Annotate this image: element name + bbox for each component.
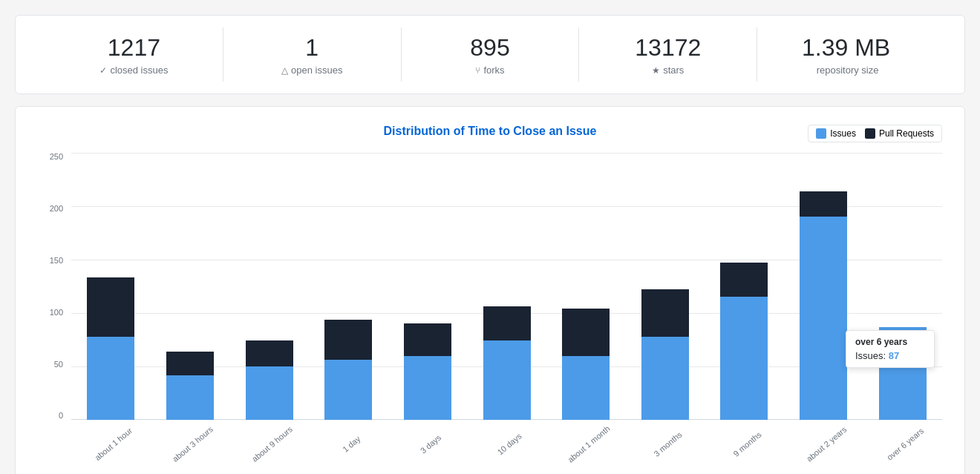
bar-prs	[87, 277, 134, 337]
stat-label-stars: ★ stars	[652, 65, 684, 76]
stat-value-open-issues: 1	[305, 33, 318, 62]
bar-stack	[87, 277, 134, 420]
bars-section	[71, 153, 942, 420]
bar-prs	[246, 340, 293, 366]
y-label: 50	[54, 361, 68, 369]
bar-prs	[720, 263, 768, 297]
bar-prs	[404, 323, 451, 356]
bar-prs	[800, 191, 847, 217]
x-label-cell: about 9 hours	[229, 420, 309, 464]
stat-value-repo-size: 1.39 MB	[802, 33, 890, 62]
x-label-cell: 3 days	[388, 420, 468, 464]
stat-forks: 895 ⑂ forks	[402, 27, 580, 82]
stat-stars: 13172 ★ stars	[579, 27, 757, 82]
x-label-text: about 1 month	[566, 424, 612, 464]
prs-swatch	[865, 128, 875, 139]
bar-group	[229, 153, 309, 420]
x-label-text: about 9 hours	[250, 425, 294, 464]
x-label-text: 3 months	[652, 430, 683, 458]
chart-container: Distribution of Time to Close an Issue I…	[15, 106, 965, 474]
stat-closed-issues: 1217 ✓ closed issues	[45, 27, 223, 82]
legend-issues-label: Issues	[830, 128, 856, 139]
bar-group	[863, 153, 942, 420]
bar-issues	[483, 340, 531, 420]
legend-issues: Issues	[816, 128, 856, 139]
legend-prs: Pull Requests	[865, 128, 934, 139]
stat-value-stars: 13172	[635, 33, 701, 62]
bar-issues	[879, 327, 927, 420]
bar-issues	[800, 217, 847, 420]
x-label-text: 3 days	[418, 433, 442, 455]
x-label-cell: 1 day	[309, 420, 388, 464]
bar-issues	[562, 356, 610, 420]
bar-prs	[562, 309, 610, 356]
bar-group	[625, 153, 705, 420]
x-label-text: over 6 years	[886, 427, 926, 462]
bar-stack	[246, 340, 293, 420]
stat-label-repo-size: repository size	[814, 65, 879, 76]
bar-group	[309, 153, 388, 420]
bar-stack	[800, 191, 847, 420]
bar-stack	[483, 306, 531, 420]
x-label-text: about 2 years	[805, 425, 849, 464]
bar-issues	[404, 356, 451, 420]
y-label: 250	[50, 153, 68, 161]
bar-issues	[246, 366, 293, 420]
stat-icon-closed-issues: ✓	[99, 65, 107, 76]
bar-stack	[641, 289, 689, 420]
bar-stack	[879, 327, 927, 420]
x-label-text: 10 days	[496, 432, 523, 457]
bar-issues	[720, 297, 768, 420]
chart-area: 250200150100500about 1 hourabout 3 hours…	[38, 153, 942, 464]
y-label: 150	[50, 257, 68, 265]
bar-group	[467, 153, 546, 420]
stat-icon-forks: ⑂	[475, 65, 480, 76]
bar-prs	[641, 289, 689, 337]
bar-group	[151, 153, 230, 420]
bar-issues	[87, 337, 134, 420]
stat-value-closed-issues: 1217	[108, 33, 160, 62]
x-label-cell: about 3 hours	[151, 420, 230, 464]
stat-label-forks: ⑂ forks	[475, 65, 504, 76]
y-label: 0	[59, 412, 68, 420]
stat-value-forks: 895	[470, 33, 509, 62]
bar-group	[705, 153, 784, 420]
chart-legend: Issues Pull Requests	[808, 125, 942, 142]
bar-stack	[562, 309, 610, 420]
bar-prs	[324, 320, 372, 360]
x-label-text: 9 months	[731, 430, 762, 458]
stat-repo-size: 1.39 MB repository size	[757, 27, 935, 82]
issues-swatch	[816, 128, 826, 139]
bar-issues	[166, 375, 214, 420]
stats-bar: 1217 ✓ closed issues 1 △ open issues 895…	[15, 15, 965, 94]
bar-prs	[166, 352, 214, 375]
bar-stack	[324, 320, 372, 420]
stat-icon-open-issues: △	[281, 65, 288, 76]
x-label-cell: over 6 years	[863, 420, 942, 464]
legend-prs-label: Pull Requests	[879, 128, 934, 139]
x-labels-row: about 1 hourabout 3 hoursabout 9 hours1 …	[71, 420, 942, 464]
x-label-cell: 10 days	[467, 420, 546, 464]
stat-open-issues: 1 △ open issues	[223, 27, 402, 82]
bar-stack	[404, 323, 451, 420]
y-label: 200	[50, 205, 68, 213]
bar-group	[388, 153, 468, 420]
stat-label-closed-issues: ✓ closed issues	[99, 65, 168, 76]
x-label-cell: 3 months	[625, 420, 705, 464]
bar-prs	[483, 306, 531, 340]
x-label-text: 1 day	[341, 435, 362, 454]
x-label-text: about 3 hours	[171, 425, 215, 464]
bar-group	[546, 153, 626, 420]
bar-issues	[324, 360, 372, 420]
y-label: 100	[50, 309, 68, 317]
bar-group	[71, 153, 151, 420]
x-label-cell: about 2 years	[784, 420, 863, 464]
stat-label-open-issues: △ open issues	[281, 65, 342, 76]
x-label-cell: about 1 hour	[71, 420, 151, 464]
y-axis: 250200150100500	[38, 153, 68, 420]
bar-issues	[641, 337, 689, 420]
x-label-cell: 9 months	[705, 420, 784, 464]
bar-stack	[166, 352, 214, 420]
x-label-cell: about 1 month	[546, 420, 626, 464]
x-label-text: about 1 hour	[94, 427, 134, 463]
